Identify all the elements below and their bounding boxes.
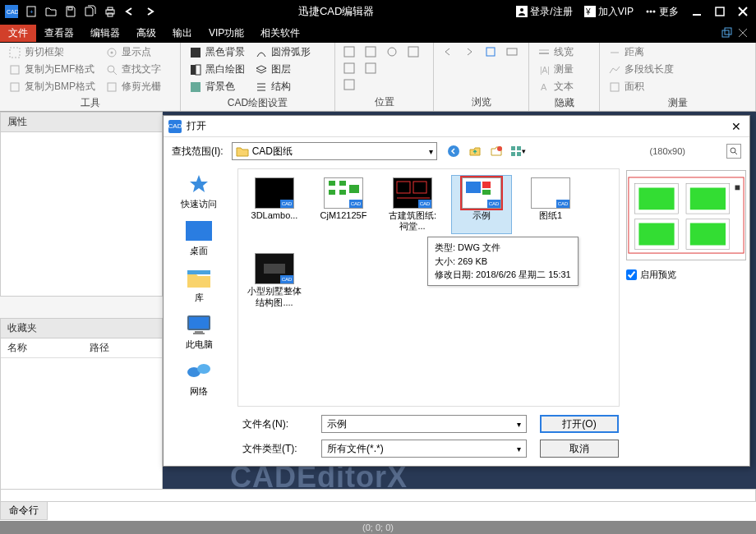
ribbon-layer[interactable]: 图层 bbox=[253, 62, 312, 77]
properties-header[interactable]: 属性 bbox=[0, 112, 163, 132]
ribbon-bg-color[interactable]: 背景色 bbox=[187, 79, 247, 94]
svg-point-12 bbox=[647, 11, 649, 13]
maximize-button[interactable] bbox=[710, 2, 730, 21]
file-item-selected[interactable]: CAD示例 bbox=[452, 176, 511, 233]
filename-label: 文件名(N): bbox=[242, 417, 308, 431]
cancel-button[interactable]: 取消 bbox=[540, 440, 619, 458]
svg-point-28 bbox=[108, 66, 114, 72]
tab-vip[interactable]: VIP功能 bbox=[201, 25, 252, 42]
back-icon[interactable] bbox=[445, 143, 462, 159]
ribbon-nav-2[interactable] bbox=[462, 44, 477, 59]
place-quick-access[interactable]: 快速访问 bbox=[170, 172, 228, 210]
svg-line-29 bbox=[113, 71, 117, 75]
ribbon-bw-draw[interactable]: 黑白绘图 bbox=[187, 62, 247, 77]
more-button[interactable]: 更多 bbox=[642, 2, 682, 21]
enable-preview-checkbox[interactable]: 启用预览 bbox=[626, 269, 746, 281]
ribbon-measure[interactable]: |A|测量 bbox=[536, 62, 575, 77]
print-icon[interactable] bbox=[100, 2, 120, 21]
place-library[interactable]: 库 bbox=[170, 265, 228, 304]
ribbon-polyline-length[interactable]: 多段线长度 bbox=[606, 62, 675, 77]
ribbon-nav-1[interactable] bbox=[440, 44, 455, 59]
file-item[interactable]: CAD小型别墅整体结构图.... bbox=[245, 251, 304, 309]
dialog-close-button[interactable]: ✕ bbox=[728, 118, 744, 135]
ribbon-show-point[interactable]: 显示点 bbox=[104, 44, 163, 60]
tab-related[interactable]: 相关软件 bbox=[252, 25, 308, 42]
ribbon-pos-4[interactable] bbox=[363, 44, 378, 59]
file-item[interactable]: CADCjM12125F bbox=[314, 176, 373, 233]
ribbon-pos-2[interactable] bbox=[342, 61, 357, 76]
location-select[interactable]: CAD图纸 ▾ bbox=[232, 142, 437, 160]
ribbon-trim-raster[interactable]: 修剪光栅 bbox=[104, 79, 163, 94]
svg-rect-41 bbox=[366, 47, 376, 57]
ribbon-distance[interactable]: 距离 bbox=[606, 44, 675, 60]
ribbon-cut-frame[interactable]: 剪切框架 bbox=[7, 44, 97, 60]
ribbon-pos-3[interactable] bbox=[342, 77, 357, 92]
ribbon-pos-5[interactable] bbox=[363, 61, 378, 76]
place-this-pc[interactable]: 此电脑 bbox=[170, 312, 228, 351]
ribbon-linewidth[interactable]: 线宽 bbox=[536, 44, 575, 60]
doc-close-icon[interactable] bbox=[736, 26, 749, 39]
svg-rect-19 bbox=[722, 30, 729, 37]
login-button[interactable]: 登录/注册 bbox=[513, 2, 575, 21]
filename-input[interactable]: 示例▾ bbox=[321, 415, 527, 433]
svg-rect-69 bbox=[329, 181, 335, 186]
new-icon[interactable]: + bbox=[21, 2, 41, 21]
tab-output[interactable]: 输出 bbox=[164, 25, 201, 42]
ribbon-pos-1[interactable] bbox=[342, 44, 357, 59]
tab-viewer[interactable]: 查看器 bbox=[36, 25, 82, 42]
fav-col-name[interactable]: 名称 bbox=[7, 341, 90, 355]
file-item[interactable]: CAD古建筑图纸: 祠堂... bbox=[383, 176, 442, 233]
close-button[interactable] bbox=[733, 2, 753, 21]
svg-rect-62 bbox=[187, 270, 210, 274]
ribbon-black-bg[interactable]: 黑色背景 bbox=[187, 44, 247, 60]
tab-editor[interactable]: 编辑器 bbox=[82, 25, 128, 42]
file-list[interactable]: CAD3DLambo... CADCjM12125F CAD古建筑图纸: 祠堂.… bbox=[237, 168, 620, 407]
newfolder-icon[interactable] bbox=[488, 143, 505, 159]
ribbon-structure[interactable]: 结构 bbox=[253, 79, 312, 94]
command-line-panel: 命令行 bbox=[0, 489, 756, 521]
place-network[interactable]: 网络 bbox=[170, 359, 228, 398]
fav-col-path[interactable]: 路径 bbox=[90, 341, 109, 355]
svg-rect-40 bbox=[344, 80, 354, 90]
svg-rect-31 bbox=[191, 48, 201, 58]
status-coords: (0; 0; 0) bbox=[362, 522, 394, 532]
redo-icon[interactable] bbox=[140, 2, 159, 21]
ribbon-pos-6[interactable] bbox=[385, 44, 399, 59]
save-icon[interactable] bbox=[61, 2, 81, 21]
ribbon-copy-bmp[interactable]: 复制为BMP格式 bbox=[7, 79, 97, 94]
doc-restore-icon[interactable] bbox=[720, 26, 733, 39]
filetype-select[interactable]: 所有文件(*.*)▾ bbox=[321, 440, 527, 458]
preview-zoom-button[interactable] bbox=[726, 144, 741, 159]
ribbon-smooth-arc[interactable]: 圆滑弧形 bbox=[253, 44, 312, 60]
file-item[interactable]: CAD图纸1 bbox=[521, 176, 580, 233]
open-button[interactable]: 打开(O) bbox=[540, 415, 619, 433]
saveall-icon[interactable] bbox=[81, 2, 100, 21]
ribbon-find-text[interactable]: 查找文字 bbox=[104, 62, 163, 77]
ribbon-area[interactable]: 面积 bbox=[606, 79, 675, 94]
ribbon-copy-emf[interactable]: 复制为EMF格式 bbox=[7, 62, 97, 77]
ribbon-group-tools: 工具 bbox=[7, 94, 173, 112]
up-icon[interactable] bbox=[467, 143, 483, 159]
dialog-toolbar: 查找范围(I): CAD图纸 ▾ ▾ (180x90) bbox=[164, 137, 749, 165]
svg-rect-73 bbox=[349, 185, 359, 193]
favorites-header[interactable]: 收藏夹 bbox=[0, 318, 163, 338]
ribbon-nav-4[interactable] bbox=[505, 44, 519, 59]
place-desktop[interactable]: 桌面 bbox=[170, 219, 228, 257]
viewmode-icon[interactable]: ▾ bbox=[509, 143, 526, 159]
minimize-button[interactable] bbox=[687, 2, 707, 21]
tab-file[interactable]: 文件 bbox=[0, 25, 36, 42]
open-icon[interactable] bbox=[41, 2, 61, 21]
file-tooltip: 类型: DWG 文件 大小: 269 KB 修改日期: 2018/6/26 星期… bbox=[427, 237, 579, 286]
ribbon-pos-7[interactable] bbox=[406, 44, 421, 59]
ribbon-group-browse: 浏览 bbox=[440, 94, 522, 111]
tab-advanced[interactable]: 高级 bbox=[128, 25, 164, 42]
file-item[interactable]: CAD3DLambo... bbox=[245, 176, 304, 233]
command-line-label[interactable]: 命令行 bbox=[0, 501, 48, 520]
left-panels: 属性 收藏夹 名称 路径 bbox=[0, 112, 163, 499]
ribbon-nav-3[interactable] bbox=[483, 44, 498, 59]
svg-rect-70 bbox=[339, 181, 346, 186]
undo-icon[interactable] bbox=[120, 2, 140, 21]
ribbon-text[interactable]: A文本 bbox=[536, 79, 575, 94]
app-icon[interactable]: CAD bbox=[2, 2, 21, 21]
vip-button[interactable]: ¥加入VIP bbox=[581, 2, 637, 21]
